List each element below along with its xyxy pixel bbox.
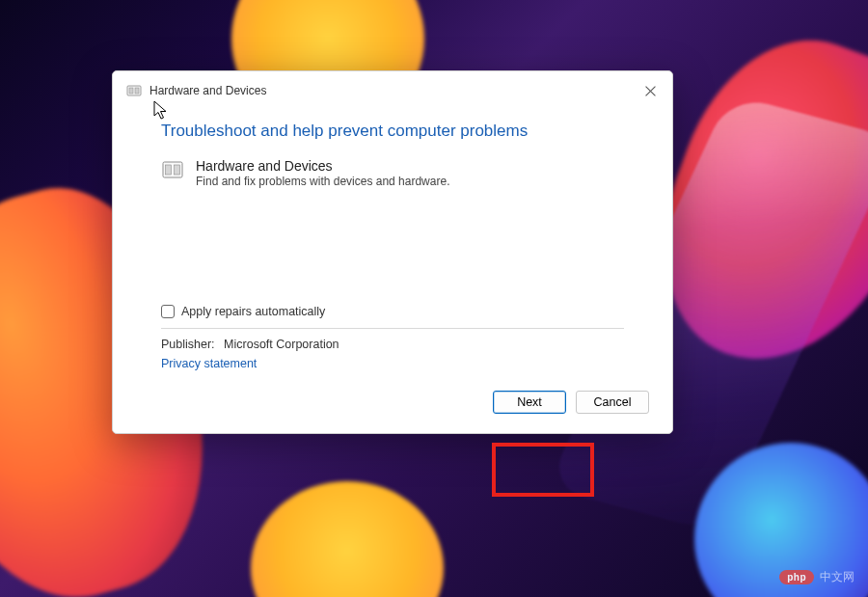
hardware-devices-icon: [126, 83, 142, 98]
bg-shape: [251, 481, 444, 597]
next-button[interactable]: Next: [493, 391, 566, 414]
watermark-pill: php: [779, 570, 814, 584]
svg-rect-7: [175, 165, 180, 175]
cancel-button[interactable]: Cancel: [576, 391, 649, 414]
svg-rect-6: [166, 165, 172, 175]
publisher-label: Publisher:: [161, 338, 215, 351]
publisher-row: Publisher: Microsoft Corporation: [161, 338, 624, 351]
svg-rect-1: [129, 88, 133, 94]
close-button[interactable]: [634, 77, 666, 104]
checkbox-icon: [161, 305, 175, 318]
item-description: Find and fix problems with devices and h…: [196, 175, 449, 190]
troubleshooter-dialog: Hardware and Devices Troubleshoot and he…: [112, 70, 673, 434]
svg-rect-2: [135, 88, 139, 94]
watermark-text: 中文网: [820, 569, 854, 585]
privacy-statement-link[interactable]: Privacy statement: [161, 357, 257, 370]
close-icon: [645, 86, 656, 96]
troubleshooter-item: Hardware and Devices Find and fix proble…: [161, 158, 624, 189]
apply-repairs-checkbox[interactable]: Apply repairs automatically: [161, 305, 624, 329]
hardware-devices-large-icon: [161, 158, 184, 181]
window-title: Hardware and Devices: [149, 84, 266, 97]
titlebar: Hardware and Devices: [113, 71, 672, 110]
publisher-value: Microsoft Corporation: [224, 338, 339, 351]
watermark: php 中文网: [779, 569, 854, 585]
dialog-body: Troubleshoot and help prevent computer p…: [113, 110, 672, 371]
checkbox-label: Apply repairs automatically: [181, 305, 325, 318]
item-title: Hardware and Devices: [196, 158, 449, 175]
page-heading: Troubleshoot and help prevent computer p…: [161, 122, 624, 141]
button-bar: Next Cancel: [113, 371, 672, 433]
